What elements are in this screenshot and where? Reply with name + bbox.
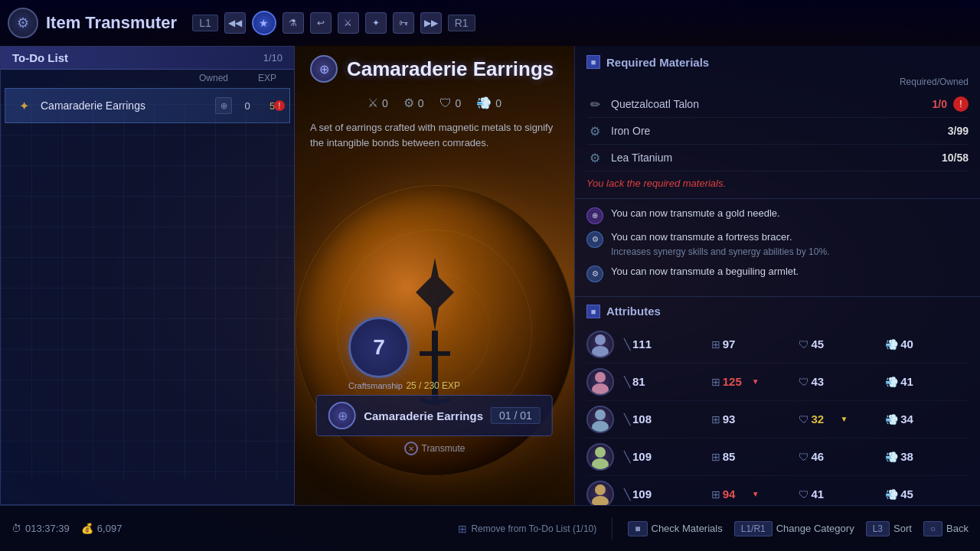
attr-spd-group-1: 💨 41 bbox=[885, 375, 969, 388]
change-cat-btn-label: L1/R1 bbox=[734, 521, 773, 536]
attr-mag-group-2: ⊞ 93 bbox=[711, 412, 795, 425]
sort-btn-label: L3 bbox=[866, 521, 890, 536]
craft-label: Craftsmanship bbox=[348, 381, 403, 390]
center-panel: ⊕ Camaraderie Earrings ⚔0 ⚙0 🛡0 💨0 A set… bbox=[295, 46, 574, 505]
stat-def: 🛡0 bbox=[439, 96, 462, 110]
nav-arrow[interactable]: ↩ bbox=[310, 12, 332, 34]
check-materials-label: Check Materials bbox=[652, 523, 723, 534]
nav-spark[interactable]: ✦ bbox=[365, 12, 387, 34]
mat-icon-1: ⚙ bbox=[586, 122, 603, 139]
nav-active-icon[interactable]: ★ bbox=[252, 11, 276, 35]
right-panel: ■ Required Materials Required/Owned ✏ Qu… bbox=[574, 46, 980, 505]
nav-l1[interactable]: L1 bbox=[192, 15, 218, 31]
nav-flask[interactable]: ⚗ bbox=[283, 12, 304, 34]
list-title: To-Do List bbox=[12, 51, 68, 64]
msg-text-1: You can now transmute a fortress bracer. bbox=[611, 231, 792, 243]
item-title-bar: ⊕ Camaraderie Earrings bbox=[295, 46, 574, 92]
msg-icon-0: ⊕ bbox=[586, 207, 603, 224]
item-title-icon: ⊕ bbox=[310, 55, 338, 83]
col-exp: EXP bbox=[252, 73, 283, 83]
msg-text-0: You can now transmute a gold needle. bbox=[611, 207, 969, 220]
transmute-msg-0: ⊕ You can now transmute a gold needle. bbox=[586, 207, 969, 224]
attr-spd-group-3: 💨 38 bbox=[885, 450, 969, 463]
req-header-label: Required/Owned bbox=[900, 77, 969, 87]
stat-spd: 💨0 bbox=[476, 96, 501, 110]
item-description: A set of earrings crafted with magnetic … bbox=[295, 114, 574, 156]
list-count: 1/10 bbox=[263, 52, 283, 64]
bottom-time: ⏱ 013:37:39 bbox=[11, 523, 70, 534]
mat-qty-2: 10/58 bbox=[930, 152, 969, 164]
nav-sword[interactable]: ⚔ bbox=[338, 12, 359, 34]
bottom-gold: 💰 6,097 bbox=[81, 523, 122, 534]
attr-def-group-4: 🛡 41 bbox=[799, 487, 882, 500]
attr-avatar-0 bbox=[586, 331, 614, 358]
mat-icon-2: ⚙ bbox=[586, 149, 603, 166]
attr-atk-group-4: ╲ 109 bbox=[624, 487, 707, 500]
material-row-1: ⚙ Iron Ore 3/99 bbox=[586, 118, 969, 145]
transmute-button[interactable]: ✕ Transmute bbox=[404, 442, 466, 455]
stat-mag: ⚙0 bbox=[403, 96, 424, 110]
transmute-msg-1: ⚙ You can now transmute a fortress brace… bbox=[586, 230, 969, 259]
attr-mag-0: 97 bbox=[723, 337, 750, 350]
list-header: To-Do List 1/10 bbox=[1, 47, 294, 70]
change-category-action[interactable]: L1/R1 Change Category bbox=[734, 521, 854, 536]
svg-point-13 bbox=[595, 484, 606, 495]
attr-mag-group-0: ⊞ 97 bbox=[711, 337, 795, 350]
svg-point-8 bbox=[592, 383, 609, 394]
nav-arrows-right[interactable]: ▶▶ bbox=[420, 12, 442, 34]
attr-avatar-3 bbox=[586, 443, 614, 471]
back-action[interactable]: ○ Back bbox=[923, 521, 969, 536]
preview-name: Camaraderie Earrings bbox=[364, 409, 483, 422]
attr-mag-group-3: ⊞ 85 bbox=[711, 450, 795, 463]
craft-level: 7 bbox=[373, 337, 385, 358]
item-title: Camaraderie Earrings bbox=[347, 57, 554, 81]
sort-action[interactable]: L3 Sort bbox=[866, 521, 912, 536]
list-columns: Owned EXP bbox=[1, 70, 294, 86]
attr-spd-0: 40 bbox=[900, 337, 927, 350]
check-materials-action[interactable]: ■ Check Materials bbox=[628, 521, 722, 536]
x-button-icon: ✕ bbox=[404, 442, 418, 455]
nav-key[interactable]: 🗝 bbox=[393, 12, 414, 34]
transmute-messages: ⊕ You can now transmute a gold needle. ⚙… bbox=[575, 199, 980, 297]
attr-def-0: 45 bbox=[812, 337, 838, 350]
mat-name-0: Quetzalcoatl Talon bbox=[611, 98, 909, 110]
attr-atk-group-2: ╲ 108 bbox=[624, 412, 707, 425]
required-materials: ■ Required Materials Required/Owned ✏ Qu… bbox=[575, 46, 980, 199]
svg-point-7 bbox=[595, 372, 606, 383]
attr-avatar-2 bbox=[586, 406, 614, 433]
msg-icon-2: ⚙ bbox=[586, 266, 603, 282]
materials-title: ■ Required Materials bbox=[586, 55, 969, 69]
mat-name-2: Lea Titanium bbox=[611, 152, 930, 164]
svg-point-12 bbox=[592, 458, 609, 469]
attr-spd-group-4: 💨 45 bbox=[885, 487, 969, 500]
sort-label: Sort bbox=[893, 523, 912, 534]
craft-circle: 7 bbox=[348, 317, 410, 378]
craft-badge: 7 Craftsmanship 25 / 230 EXP bbox=[348, 317, 460, 392]
attr-row-1: ╲ 81 ⊞ 125▼ 🛡 43 💨 41 bbox=[586, 364, 969, 401]
attr-spd-group-0: 💨 40 bbox=[885, 337, 969, 350]
attr-atk-group-1: ╲ 81 bbox=[624, 375, 707, 388]
list-grid-area bbox=[1, 104, 294, 481]
material-row-0: ✏ Quetzalcoatl Talon 1/0 ! bbox=[586, 91, 969, 118]
time-value: 013:37:39 bbox=[25, 523, 70, 534]
left-panel: To-Do List 1/10 Owned EXP ✦ Camaraderie … bbox=[0, 46, 295, 505]
warn-icon-0: ! bbox=[953, 96, 969, 112]
mat-name-1: Iron Ore bbox=[611, 125, 930, 137]
transmute-label: Transmute bbox=[422, 443, 466, 454]
top-bar: ⚙ Item Transmuter L1 ◀◀ ★ ⚗ ↩ ⚔ ✦ 🗝 ▶▶ R… bbox=[0, 0, 980, 46]
preview-icon: ⊕ bbox=[328, 402, 356, 429]
attr-def-group-2: 🛡 32▼ bbox=[799, 412, 882, 425]
attr-row-2: ╲ 108 ⊞ 93 🛡 32▼ 💨 34 bbox=[586, 401, 969, 439]
divider-1 bbox=[612, 517, 612, 540]
mat-qty-0: 1/0 bbox=[909, 98, 947, 110]
app-title: Item Transmuter bbox=[46, 13, 177, 33]
attr-row-4: ╲ 109 ⊞ 94▼ 🛡 41 💨 45 bbox=[586, 476, 969, 505]
back-btn-label: ○ bbox=[923, 521, 942, 536]
mat-qty-1: 3/99 bbox=[930, 125, 969, 137]
back-label: Back bbox=[946, 523, 969, 534]
nav-arrows[interactable]: ◀◀ bbox=[224, 12, 246, 34]
l1r1-label: L1/R1 bbox=[741, 523, 766, 534]
item-preview-container: ⊕ Camaraderie Earrings 01 / 01 ✕ Transmu… bbox=[404, 442, 466, 455]
bottom-bar: ⏱ 013:37:39 💰 6,097 ⊞ Remove from To-Do … bbox=[0, 505, 980, 551]
nav-r1[interactable]: R1 bbox=[448, 15, 475, 31]
